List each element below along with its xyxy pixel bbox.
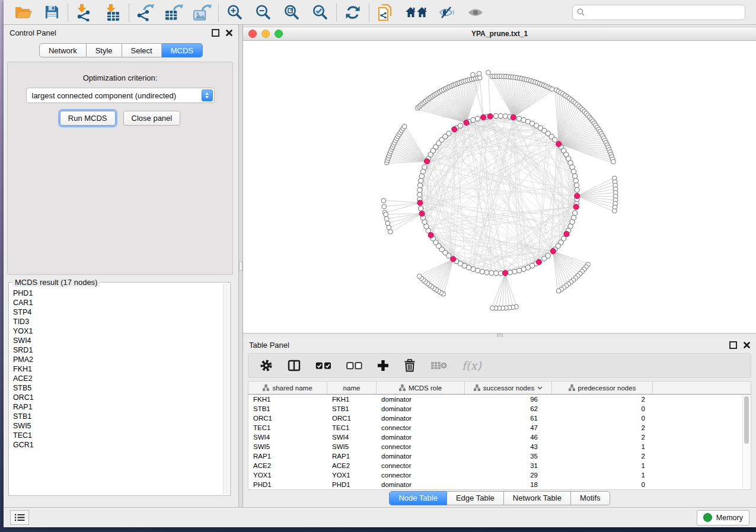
table-cell[interactable]: 18: [465, 481, 552, 488]
table-cell[interactable]: PHD1: [248, 481, 327, 488]
table-cell[interactable]: dominator: [377, 405, 465, 412]
close-window-icon[interactable]: [248, 30, 257, 38]
table-cell[interactable]: 35: [465, 453, 552, 460]
import-table-button[interactable]: [103, 3, 122, 22]
table-cell[interactable]: ORC1: [327, 415, 377, 422]
table-cell[interactable]: 46: [465, 434, 552, 441]
zoom-in-button[interactable]: [225, 3, 244, 22]
table-cell[interactable]: FKH1: [327, 396, 377, 403]
export-table-button[interactable]: [164, 3, 183, 22]
table-cell[interactable]: 2: [552, 396, 653, 403]
table-cell[interactable]: ACE2: [327, 462, 377, 469]
table-cell[interactable]: SWI4: [248, 434, 327, 441]
table-cell[interactable]: RAP1: [248, 453, 327, 460]
table-cell[interactable]: connector: [377, 472, 465, 479]
first-neighbors-button[interactable]: [404, 3, 428, 22]
memory-button[interactable]: Memory: [697, 510, 749, 525]
hide-selected-button[interactable]: [438, 3, 457, 22]
table-cell[interactable]: 2: [552, 424, 653, 431]
table-cell[interactable]: dominator: [377, 434, 465, 441]
table-row[interactable]: ACE2ACE2connector311: [248, 461, 751, 470]
mcds-result-item[interactable]: PMA2: [13, 355, 223, 364]
table-row[interactable]: SWI5SWI5connector431: [248, 442, 751, 451]
vertical-splitter[interactable]: [238, 25, 243, 507]
refresh-button[interactable]: [343, 3, 362, 22]
mcds-result-item[interactable]: TEC1: [13, 431, 223, 440]
table-scrollbar[interactable]: [742, 395, 750, 489]
column-header-predecessor-nodes[interactable]: predecessor nodes: [552, 382, 653, 394]
column-header-name[interactable]: name: [327, 382, 377, 394]
result-list-scrollbar[interactable]: [223, 284, 229, 494]
mcds-result-item[interactable]: SWI5: [13, 421, 223, 431]
tab-network[interactable]: Network: [39, 43, 87, 57]
mcds-result-item[interactable]: TID3: [13, 317, 223, 326]
table-row[interactable]: SWI4SWI4dominator462: [248, 432, 751, 442]
table-cell[interactable]: PHD1: [327, 481, 377, 488]
table-cell[interactable]: 62: [465, 405, 552, 412]
network-canvas[interactable]: [243, 41, 756, 333]
scrollbar-thumb[interactable]: [744, 396, 749, 444]
table-cell[interactable]: STB1: [248, 405, 327, 412]
table-row[interactable]: PHD1PHD1dominator180: [248, 480, 751, 489]
global-search[interactable]: [572, 5, 745, 20]
criterion-select[interactable]: largest connected component (undirected): [26, 88, 215, 103]
table-cell[interactable]: connector: [377, 443, 465, 450]
tab-motifs[interactable]: Motifs: [571, 491, 610, 505]
mcds-result-item[interactable]: STP4: [13, 307, 223, 317]
save-session-button[interactable]: [42, 3, 61, 22]
table-row[interactable]: ORC1ORC1dominator610: [248, 414, 751, 423]
tab-select[interactable]: Select: [122, 43, 162, 57]
table-cell[interactable]: 96: [465, 396, 552, 403]
open-session-button[interactable]: [14, 3, 33, 22]
mcds-result-item[interactable]: STB1: [13, 412, 223, 421]
table-cell[interactable]: SWI5: [248, 443, 327, 450]
deselect-all-button[interactable]: [346, 362, 362, 370]
run-mcds-button[interactable]: Run MCDS: [60, 111, 116, 126]
table-row[interactable]: RAP1RAP1dominator352: [248, 451, 751, 461]
delete-table-button[interactable]: [430, 361, 447, 370]
table-cell[interactable]: RAP1: [327, 453, 377, 460]
table-cell[interactable]: YOX1: [327, 472, 377, 479]
table-cell[interactable]: 43: [465, 443, 552, 450]
network-graph[interactable]: [243, 41, 756, 333]
zoom-fit-button[interactable]: [282, 3, 301, 22]
apply-function-button[interactable]: f(x): [462, 359, 481, 372]
table-row[interactable]: FKH1FKH1dominator962: [248, 395, 751, 404]
zoom-out-button[interactable]: [254, 3, 273, 22]
close-panel-button[interactable]: Close panel: [123, 111, 181, 126]
mcds-result-item[interactable]: CAR1: [13, 298, 223, 307]
mcds-result-item[interactable]: ACE2: [13, 374, 223, 383]
search-input[interactable]: [588, 8, 741, 17]
tab-edge-table[interactable]: Edge Table: [447, 491, 504, 505]
table-cell[interactable]: FKH1: [248, 396, 327, 403]
table-cell[interactable]: 61: [465, 415, 552, 422]
table-cell[interactable]: ORC1: [248, 415, 327, 422]
table-cell[interactable]: SWI5: [327, 443, 377, 450]
table-cell[interactable]: 31: [465, 462, 552, 469]
tab-mcds[interactable]: MCDS: [162, 43, 203, 57]
table-cell[interactable]: 1: [552, 462, 653, 469]
export-image-button[interactable]: [193, 3, 212, 22]
table-cell[interactable]: 1: [552, 443, 653, 450]
table-row[interactable]: STB1STB1dominator620: [248, 404, 751, 414]
show-all-button[interactable]: [466, 3, 485, 22]
select-all-button[interactable]: [315, 362, 331, 370]
close-panel-icon[interactable]: [226, 30, 232, 36]
table-settings-button[interactable]: [260, 359, 273, 372]
show-columns-button[interactable]: [288, 360, 301, 371]
table-cell[interactable]: 29: [465, 472, 552, 479]
table-cell[interactable]: 0: [552, 481, 653, 488]
table-cell[interactable]: connector: [377, 462, 465, 469]
column-header-shared-name[interactable]: shared name: [248, 382, 327, 394]
delete-row-button[interactable]: [404, 359, 416, 372]
table-cell[interactable]: connector: [377, 424, 465, 431]
mcds-result-item[interactable]: GCR1: [13, 440, 223, 450]
table-cell[interactable]: dominator: [377, 415, 465, 422]
table-cell[interactable]: dominator: [377, 396, 465, 403]
minimize-window-icon[interactable]: [261, 30, 270, 38]
table-cell[interactable]: TEC1: [327, 424, 377, 431]
table-row[interactable]: YOX1YOX1connector291: [248, 470, 751, 480]
mcds-result-item[interactable]: STB5: [13, 383, 223, 393]
export-network-button[interactable]: [136, 3, 155, 22]
table-cell[interactable]: TEC1: [248, 424, 327, 431]
